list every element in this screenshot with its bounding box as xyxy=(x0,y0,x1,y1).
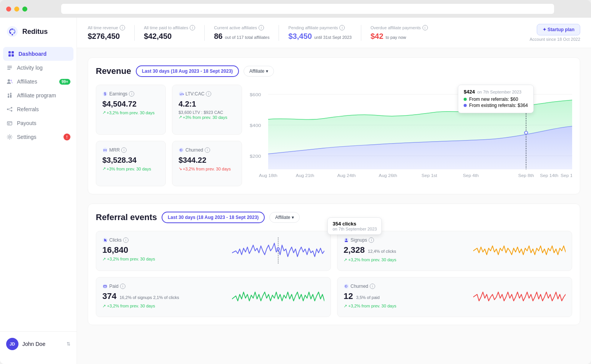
settings-icon xyxy=(6,134,13,140)
svg-line-23 xyxy=(8,108,11,109)
minimize-button[interactable] xyxy=(14,7,19,12)
info-icon[interactable]: i xyxy=(422,25,428,30)
ref-value: 16,840 xyxy=(102,245,227,255)
referral-affiliate-filter[interactable]: Affiliate ▾ xyxy=(269,212,300,223)
churned-ref-icon xyxy=(344,284,349,289)
svg-text:Aug 18th: Aug 18th xyxy=(259,174,277,178)
ref-change: ↗ +3,2% from prev. 30 days xyxy=(344,304,469,309)
churned-icon xyxy=(179,147,184,153)
info-icon[interactable]: i xyxy=(370,284,375,289)
sidebar-item-payouts[interactable]: Payouts xyxy=(0,116,77,130)
svg-point-17 xyxy=(10,93,12,94)
referral-chart-tooltip: 354 clicks on 7th September 2023 xyxy=(327,217,382,235)
referral-icon xyxy=(6,106,13,113)
revenue-chart-tooltip: $424 on 7th September 2023 From new refe… xyxy=(458,85,534,113)
earnings-icon xyxy=(102,91,108,97)
close-button[interactable] xyxy=(6,7,11,12)
referral-events-section: Referral events Last 30 days (18 Aug 202… xyxy=(88,204,580,325)
referral-header: Referral events Last 30 days (18 Aug 202… xyxy=(96,212,572,223)
metric-churned: Churned i $344.22 ↘ +3,2% from prev. 30 … xyxy=(172,141,242,186)
stat-label-text: All time paid to affiliates xyxy=(144,25,188,30)
info-icon[interactable]: i xyxy=(369,237,374,243)
sidebar-item-settings[interactable]: Settings ! xyxy=(0,130,77,144)
revenue-layout: Earnings i $4,504.72 ↗ +3,2% from prev. … xyxy=(96,85,572,186)
info-icon[interactable]: i xyxy=(129,91,134,97)
revenue-affiliate-filter[interactable]: Affiliate ▾ xyxy=(244,66,274,77)
svg-point-13 xyxy=(10,80,12,81)
paid-icon xyxy=(102,284,108,289)
sidebar-item-affiliates[interactable]: Affiliates 99+ xyxy=(0,75,77,88)
clicks-icon xyxy=(102,237,108,243)
metrics-grid: Earnings i $4,504.72 ↗ +3,2% from prev. … xyxy=(96,85,242,186)
stat-sub: to pay now xyxy=(386,35,406,40)
maximize-button[interactable] xyxy=(22,7,27,12)
svg-rect-27 xyxy=(8,124,10,124)
info-icon[interactable]: i xyxy=(206,91,211,97)
svg-text:$600: $600 xyxy=(250,92,261,97)
metric-change: ↗ +3,2% from prev. 30 days xyxy=(102,110,159,115)
metric-label-text: Churned xyxy=(185,147,203,153)
sidebar-item-referrals[interactable]: Referrals xyxy=(0,102,77,116)
user-name: John Doe xyxy=(22,341,45,347)
info-icon[interactable]: i xyxy=(339,25,345,30)
header-stats: All time revenue i $276,450 All time pai… xyxy=(77,18,591,48)
stat-active-affiliates: Current active affiliates i 86 out of 11… xyxy=(205,25,279,41)
sidebar-item-label: Referrals xyxy=(17,106,39,112)
svg-point-16 xyxy=(8,94,9,95)
metric-value: $3,528.34 xyxy=(102,156,159,165)
arrow-up-icon: ↗ xyxy=(179,115,182,120)
info-icon[interactable]: i xyxy=(190,25,195,30)
metric-value: 4.2:1 xyxy=(179,100,235,109)
arrow-up-icon: ↗ xyxy=(102,257,107,261)
ref-value: 2,328 xyxy=(344,245,365,255)
svg-text:Aug 26th: Aug 26th xyxy=(379,174,397,178)
svg-point-32 xyxy=(103,148,107,152)
arrow-up-icon: ↗ xyxy=(102,110,106,115)
existing-referrals-dot xyxy=(464,104,467,107)
grid-icon xyxy=(8,50,15,57)
stat-value: $42,450 xyxy=(144,32,195,41)
startup-plan-button[interactable]: ✦ Startup plan xyxy=(537,24,580,35)
ref-label-text: Clicks xyxy=(109,237,122,243)
svg-point-12 xyxy=(8,79,10,82)
arrow-up-icon: ↗ xyxy=(344,304,348,308)
stat-sub: until 31st Sept 2023 xyxy=(314,35,352,40)
info-icon[interactable]: i xyxy=(123,237,129,243)
metric-value: $344.22 xyxy=(179,156,235,165)
svg-rect-15 xyxy=(10,95,12,98)
info-icon[interactable]: i xyxy=(259,25,264,30)
app-name: Reditus xyxy=(22,28,48,36)
sidebar-item-affiliate-program[interactable]: Affiliate program xyxy=(0,88,77,102)
churned-sparkline xyxy=(473,284,566,311)
tooltip-date: on 7th September 2023 xyxy=(332,227,377,231)
signups-icon xyxy=(344,237,349,243)
svg-rect-7 xyxy=(8,54,11,57)
arrow-up-icon: ↗ xyxy=(344,257,348,262)
metric-change: ↗ +3% from prev. 30 days xyxy=(179,115,235,120)
metric-value: $4,504.72 xyxy=(102,100,159,109)
svg-text:Sep 4th: Sep 4th xyxy=(463,174,479,178)
svg-point-28 xyxy=(9,136,11,138)
revenue-header: Revenue Last 30 days (18 Aug 2023 - 18 S… xyxy=(96,65,572,77)
chevron-up-down-icon: ⇅ xyxy=(67,341,70,347)
info-icon[interactable]: i xyxy=(121,147,127,153)
ref-change: ↗ +3,2% from prev. 30 days xyxy=(102,304,227,309)
stat-value: $42 xyxy=(371,32,383,41)
info-icon[interactable]: i xyxy=(205,147,210,153)
window-chrome xyxy=(0,0,591,18)
svg-text:Sep 1st: Sep 1st xyxy=(422,174,437,178)
info-icon[interactable]: i xyxy=(120,284,125,289)
metric-change: ↗ +3% from prev. 30 days xyxy=(102,166,159,171)
logo-icon xyxy=(6,25,18,38)
svg-text:Sep 14th: Sep 14th xyxy=(540,174,558,178)
user-profile[interactable]: JD John Doe ⇅ xyxy=(0,331,77,356)
referral-date-filter[interactable]: Last 30 days (18 Aug 2023 - 18 Sept 2023… xyxy=(162,212,265,223)
sidebar-item-label: Activity log xyxy=(17,65,43,71)
sidebar-item-dashboard[interactable]: Dashboard xyxy=(3,47,73,61)
sidebar-item-activity[interactable]: Activity log xyxy=(0,61,77,75)
tooltip-value: $424 xyxy=(464,89,475,95)
info-icon[interactable]: i xyxy=(120,25,125,30)
address-bar[interactable] xyxy=(61,4,554,14)
revenue-date-filter[interactable]: Last 30 days (18 Aug 2023 - 18 Sept 2023… xyxy=(136,65,239,77)
ref-change: ↗ +3,2% from prev. 30 days xyxy=(344,257,469,262)
